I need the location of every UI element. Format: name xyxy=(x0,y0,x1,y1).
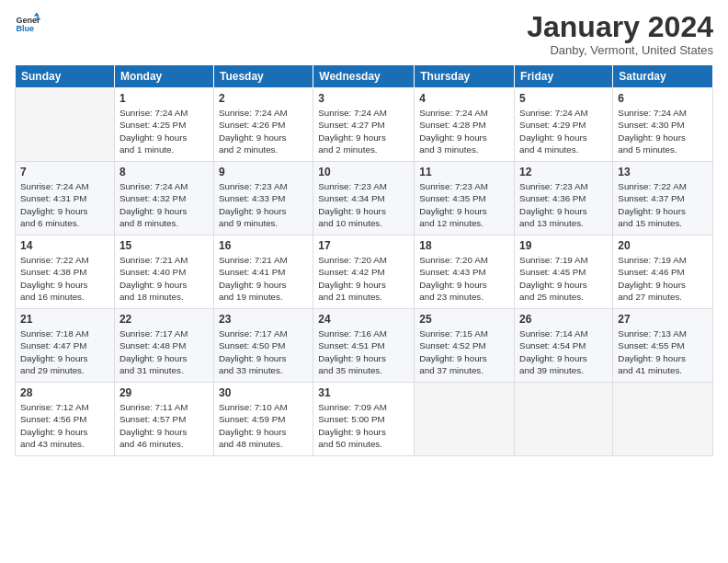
calendar-cell: 22Sunrise: 7:17 AM Sunset: 4:48 PM Dayli… xyxy=(114,309,213,383)
day-details: Sunrise: 7:22 AM Sunset: 4:37 PM Dayligh… xyxy=(618,180,708,229)
calendar-cell: 10Sunrise: 7:23 AM Sunset: 4:34 PM Dayli… xyxy=(313,162,415,236)
calendar-cell: 17Sunrise: 7:20 AM Sunset: 4:42 PM Dayli… xyxy=(313,236,415,309)
calendar-cell: 24Sunrise: 7:16 AM Sunset: 4:51 PM Dayli… xyxy=(313,309,415,383)
calendar-cell: 27Sunrise: 7:13 AM Sunset: 4:55 PM Dayli… xyxy=(613,309,713,383)
day-details: Sunrise: 7:24 AM Sunset: 4:28 PM Dayligh… xyxy=(419,107,509,155)
day-details: Sunrise: 7:17 AM Sunset: 4:50 PM Dayligh… xyxy=(219,327,308,376)
calendar-row-3: 21Sunrise: 7:18 AM Sunset: 4:47 PM Dayli… xyxy=(16,309,713,383)
calendar-cell: 6Sunrise: 7:24 AM Sunset: 4:30 PM Daylig… xyxy=(613,88,713,162)
calendar-row-1: 7Sunrise: 7:24 AM Sunset: 4:31 PM Daylig… xyxy=(16,162,713,236)
calendar-row-0: 1Sunrise: 7:24 AM Sunset: 4:25 PM Daylig… xyxy=(16,88,713,162)
logo-icon: General Blue xyxy=(15,11,40,37)
day-details: Sunrise: 7:12 AM Sunset: 4:56 PM Dayligh… xyxy=(20,401,109,450)
weekday-header: SundayMondayTuesdayWednesdayThursdayFrid… xyxy=(16,65,713,88)
day-details: Sunrise: 7:24 AM Sunset: 4:30 PM Dayligh… xyxy=(618,107,708,155)
weekday-wednesday: Wednesday xyxy=(313,65,415,88)
calendar-cell: 3Sunrise: 7:24 AM Sunset: 4:27 PM Daylig… xyxy=(313,88,415,162)
calendar-cell: 13Sunrise: 7:22 AM Sunset: 4:37 PM Dayli… xyxy=(613,162,713,236)
calendar-cell: 26Sunrise: 7:14 AM Sunset: 4:54 PM Dayli… xyxy=(515,309,613,383)
day-number: 18 xyxy=(419,239,509,252)
day-number: 2 xyxy=(219,92,308,105)
day-details: Sunrise: 7:24 AM Sunset: 4:29 PM Dayligh… xyxy=(519,107,608,155)
calendar-cell: 16Sunrise: 7:21 AM Sunset: 4:41 PM Dayli… xyxy=(213,236,313,309)
day-number: 6 xyxy=(618,92,708,105)
calendar-cell: 8Sunrise: 7:24 AM Sunset: 4:32 PM Daylig… xyxy=(114,162,213,236)
calendar-cell: 4Sunrise: 7:24 AM Sunset: 4:28 PM Daylig… xyxy=(415,88,515,162)
day-number: 8 xyxy=(119,166,209,178)
logo: General Blue xyxy=(15,11,40,37)
calendar-cell: 25Sunrise: 7:15 AM Sunset: 4:52 PM Dayli… xyxy=(415,309,515,383)
day-details: Sunrise: 7:22 AM Sunset: 4:38 PM Dayligh… xyxy=(20,254,109,303)
day-details: Sunrise: 7:20 AM Sunset: 4:42 PM Dayligh… xyxy=(318,254,409,303)
weekday-monday: Monday xyxy=(114,65,213,88)
day-number: 4 xyxy=(419,92,509,105)
calendar-cell xyxy=(613,383,713,456)
calendar-table: SundayMondayTuesdayWednesdayThursdayFrid… xyxy=(15,64,713,456)
day-details: Sunrise: 7:10 AM Sunset: 4:59 PM Dayligh… xyxy=(219,401,308,450)
calendar-cell: 15Sunrise: 7:21 AM Sunset: 4:40 PM Dayli… xyxy=(114,236,213,309)
day-details: Sunrise: 7:21 AM Sunset: 4:40 PM Dayligh… xyxy=(119,254,209,303)
calendar-cell: 21Sunrise: 7:18 AM Sunset: 4:47 PM Dayli… xyxy=(16,309,115,383)
day-details: Sunrise: 7:09 AM Sunset: 5:00 PM Dayligh… xyxy=(318,401,409,450)
day-number: 3 xyxy=(318,92,409,105)
day-details: Sunrise: 7:14 AM Sunset: 4:54 PM Dayligh… xyxy=(519,327,608,376)
day-details: Sunrise: 7:24 AM Sunset: 4:27 PM Dayligh… xyxy=(318,107,409,155)
calendar-cell: 1Sunrise: 7:24 AM Sunset: 4:25 PM Daylig… xyxy=(114,88,213,162)
day-details: Sunrise: 7:17 AM Sunset: 4:48 PM Dayligh… xyxy=(119,327,209,376)
day-number: 31 xyxy=(318,386,409,399)
calendar-body: 1Sunrise: 7:24 AM Sunset: 4:25 PM Daylig… xyxy=(16,88,713,456)
day-number: 12 xyxy=(519,166,608,178)
day-number: 5 xyxy=(519,92,608,105)
calendar-cell: 20Sunrise: 7:19 AM Sunset: 4:46 PM Dayli… xyxy=(613,236,713,309)
day-number: 13 xyxy=(618,166,708,178)
day-number: 20 xyxy=(618,239,708,252)
calendar-row-2: 14Sunrise: 7:22 AM Sunset: 4:38 PM Dayli… xyxy=(16,236,713,309)
day-number: 15 xyxy=(119,239,209,252)
day-details: Sunrise: 7:16 AM Sunset: 4:51 PM Dayligh… xyxy=(318,327,409,376)
day-number: 1 xyxy=(119,92,209,105)
calendar-cell: 5Sunrise: 7:24 AM Sunset: 4:29 PM Daylig… xyxy=(515,88,613,162)
day-details: Sunrise: 7:24 AM Sunset: 4:31 PM Dayligh… xyxy=(20,180,109,229)
day-number: 23 xyxy=(219,313,308,326)
day-number: 10 xyxy=(318,166,409,178)
calendar-cell: 11Sunrise: 7:23 AM Sunset: 4:35 PM Dayli… xyxy=(415,162,515,236)
day-number: 28 xyxy=(20,386,109,399)
day-details: Sunrise: 7:13 AM Sunset: 4:55 PM Dayligh… xyxy=(618,327,708,376)
calendar-cell: 19Sunrise: 7:19 AM Sunset: 4:45 PM Dayli… xyxy=(515,236,613,309)
calendar-cell: 28Sunrise: 7:12 AM Sunset: 4:56 PM Dayli… xyxy=(16,383,115,456)
calendar-cell: 2Sunrise: 7:24 AM Sunset: 4:26 PM Daylig… xyxy=(213,88,313,162)
month-title: January 2024 xyxy=(527,11,713,43)
day-number: 14 xyxy=(20,239,109,252)
calendar-cell: 12Sunrise: 7:23 AM Sunset: 4:36 PM Dayli… xyxy=(515,162,613,236)
day-details: Sunrise: 7:24 AM Sunset: 4:32 PM Dayligh… xyxy=(119,180,209,229)
calendar-cell: 30Sunrise: 7:10 AM Sunset: 4:59 PM Dayli… xyxy=(213,383,313,456)
calendar-cell: 29Sunrise: 7:11 AM Sunset: 4:57 PM Dayli… xyxy=(114,383,213,456)
calendar-cell xyxy=(515,383,613,456)
weekday-thursday: Thursday xyxy=(415,65,515,88)
svg-marker-2 xyxy=(34,12,40,16)
calendar-row-4: 28Sunrise: 7:12 AM Sunset: 4:56 PM Dayli… xyxy=(16,383,713,456)
day-number: 29 xyxy=(119,386,209,399)
day-details: Sunrise: 7:20 AM Sunset: 4:43 PM Dayligh… xyxy=(419,254,509,303)
day-number: 7 xyxy=(20,166,109,178)
day-details: Sunrise: 7:18 AM Sunset: 4:47 PM Dayligh… xyxy=(20,327,109,376)
calendar-cell: 7Sunrise: 7:24 AM Sunset: 4:31 PM Daylig… xyxy=(16,162,115,236)
day-number: 16 xyxy=(219,239,308,252)
day-number: 30 xyxy=(219,386,308,399)
day-number: 26 xyxy=(519,313,608,326)
location: Danby, Vermont, United States xyxy=(527,43,713,57)
day-number: 25 xyxy=(419,313,509,326)
weekday-friday: Friday xyxy=(515,65,613,88)
calendar-cell: 9Sunrise: 7:23 AM Sunset: 4:33 PM Daylig… xyxy=(213,162,313,236)
day-details: Sunrise: 7:24 AM Sunset: 4:25 PM Dayligh… xyxy=(119,107,209,155)
day-details: Sunrise: 7:23 AM Sunset: 4:33 PM Dayligh… xyxy=(219,180,308,229)
day-details: Sunrise: 7:19 AM Sunset: 4:46 PM Dayligh… xyxy=(618,254,708,303)
day-number: 17 xyxy=(318,239,409,252)
day-details: Sunrise: 7:24 AM Sunset: 4:26 PM Dayligh… xyxy=(219,107,308,155)
calendar-cell: 23Sunrise: 7:17 AM Sunset: 4:50 PM Dayli… xyxy=(213,309,313,383)
calendar-cell xyxy=(16,88,115,162)
weekday-sunday: Sunday xyxy=(16,65,115,88)
day-number: 9 xyxy=(219,166,308,178)
day-details: Sunrise: 7:23 AM Sunset: 4:34 PM Dayligh… xyxy=(318,180,409,229)
day-details: Sunrise: 7:21 AM Sunset: 4:41 PM Dayligh… xyxy=(219,254,308,303)
